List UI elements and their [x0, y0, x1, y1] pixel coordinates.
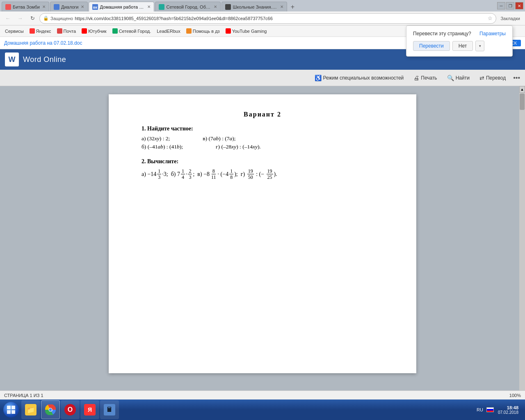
frac-den-5: 50 — [247, 174, 254, 180]
translate-params-link[interactable]: Параметры — [479, 31, 506, 37]
forward-button[interactable]: → — [15, 13, 25, 24]
secure-icon: 🔒 — [43, 16, 49, 21]
translate-dropdown-button[interactable]: ▾ — [475, 41, 484, 51]
bookmark-setgorod[interactable]: Сетевой Город. — [110, 27, 154, 34]
tab-3-favicon: вк — [92, 4, 98, 10]
tab-1[interactable]: Битва Зомби ✕ — [2, 2, 49, 11]
frac-num-1: 1 — [181, 168, 185, 174]
accessibility-icon: ♿ — [315, 75, 322, 81]
find-button[interactable]: 🔍 Найти — [445, 73, 472, 83]
tab-4[interactable]: Сетевой Город. Образо... ✕ — [155, 2, 221, 11]
svg-text:вк: вк — [93, 5, 98, 9]
bookmark-star-icon[interactable]: ☆ — [488, 15, 493, 21]
minimize-button[interactable]: ─ — [497, 2, 505, 9]
translate-tool-button[interactable]: ⇄ Перевод — [477, 73, 508, 83]
toolbar-more-button[interactable]: ••• — [513, 74, 520, 82]
print-label: Печать — [421, 75, 437, 81]
taskbar: 📁 O Я 🖩 RU — [0, 399, 525, 420]
accessibility-label: Режим специальных возможностей — [323, 75, 404, 81]
tab-bar: Битва Зомби ✕ Диалоги ✕ вк Домашняя рабо… — [2, 0, 497, 11]
tab-4-label: Сетевой Город. Образо... — [166, 5, 211, 9]
address-text[interactable]: https://vk.com/doc338119085_459126018?ha… — [75, 16, 486, 21]
translate-icon: ⇄ — [479, 75, 484, 81]
start-button[interactable] — [2, 400, 21, 419]
scrollbar-right[interactable]: ▲ ▼ — [519, 86, 525, 407]
start-orb — [3, 402, 19, 418]
bookmark-pochta[interactable]: Почта — [55, 27, 79, 34]
bookmark-leaderbux-label: LeadERbux — [157, 29, 180, 34]
document-title: Вариант 2 — [142, 111, 383, 118]
clock[interactable]: 18:48 07.02.2018 — [495, 404, 521, 415]
new-tab-button[interactable]: + — [288, 2, 297, 11]
refresh-button[interactable]: ↻ — [27, 13, 38, 24]
bookmark-setgorod-label: Сетевой Город. — [119, 29, 151, 34]
clock-time: 18:48 — [498, 405, 518, 410]
tab-5-label: Школьные Знания.com... — [233, 5, 278, 9]
scroll-thumb[interactable] — [520, 94, 525, 110]
bookmark-yandex[interactable]: Яндекс — [27, 27, 54, 34]
translate-dropdown-arrow: ▾ — [479, 44, 481, 48]
frac-den-2: 3 — [188, 174, 192, 180]
tray-lang[interactable]: RU — [475, 407, 485, 412]
title-bar: Битва Зомби ✕ Диалоги ✕ вк Домашняя рабо… — [0, 0, 525, 11]
translate-button[interactable]: Перевести — [413, 41, 450, 51]
close-button[interactable]: ✕ — [515, 2, 523, 9]
window-controls: ─ ❐ ✕ — [497, 2, 523, 9]
translate-popup: Перевести эту страницу? Параметры Переве… — [406, 25, 513, 57]
doc-filename[interactable]: Домашняя работа на 07.02.18.doc — [4, 40, 82, 46]
taskbar-explorer[interactable]: 📁 — [21, 400, 40, 419]
bookmark-pomosh[interactable]: Помощь в дз — [184, 27, 222, 34]
content-area: Вариант 2 1. Найдите частное: а) (32xy) … — [0, 86, 525, 407]
math-c-frac2: 1 8 — [229, 168, 233, 180]
main-document-area: Вариант 2 1. Найдите частное: а) (32xy) … — [0, 86, 525, 407]
tab-3-close[interactable]: ✕ — [147, 5, 151, 9]
section-1-line-1: а) (32xy) : 2; в) (7ab) : (7a); — [142, 135, 383, 142]
tab-5-close[interactable]: ✕ — [280, 5, 283, 9]
math-b-frac2: 2 3 — [188, 168, 192, 180]
math-c-frac: 8 11 — [210, 168, 217, 180]
bookmark-ytgaming-label: YouTube Gaming — [232, 29, 267, 34]
taskbar-yandex[interactable]: Я — [80, 400, 99, 419]
tab-3[interactable]: вк Домашняя работа на 07... ✕ — [89, 2, 154, 11]
translate-no-button[interactable]: Нет — [452, 41, 473, 51]
taskbar-calc[interactable]: 🖩 — [100, 400, 119, 419]
frac-num-6: 19 — [267, 168, 273, 174]
accessibility-button[interactable]: ♿ Режим специальных возможностей — [312, 73, 406, 83]
math-a-rest: ·3; б) 7 — [162, 171, 180, 178]
word-logo: W — [5, 52, 19, 66]
tab-5[interactable]: Школьные Знания.com... ✕ — [221, 2, 287, 11]
restore-button[interactable]: ❐ — [506, 2, 514, 9]
tab-4-close[interactable]: ✕ — [214, 5, 217, 9]
tab-4-favicon — [159, 4, 164, 10]
math-d-close: ). — [274, 171, 277, 178]
calc-icon: 🖩 — [104, 404, 115, 415]
secure-label: Защищено — [50, 16, 73, 21]
math-c-paren: ); г) — [234, 171, 246, 178]
youtube-favicon — [82, 28, 87, 34]
find-label: Найти — [456, 75, 470, 81]
bookmarks-button[interactable]: Закладки — [498, 16, 523, 21]
tab-1-close[interactable]: ✕ — [42, 5, 46, 9]
taskbar-chrome[interactable] — [41, 400, 60, 419]
tab-2-favicon — [54, 4, 59, 10]
tab-3-label: Домашняя работа на 07... — [100, 5, 145, 9]
flag-icon — [486, 407, 494, 412]
bookmark-youtube[interactable]: Ютубчик — [79, 27, 109, 34]
back-button[interactable]: ← — [2, 13, 13, 24]
bookmark-servisy[interactable]: Сервисы — [2, 28, 26, 34]
bookmark-ytgaming[interactable]: YouTube Gaming — [223, 27, 269, 34]
scroll-up-arrow[interactable]: ▲ — [519, 86, 525, 93]
taskbar-opera[interactable]: O — [61, 400, 80, 419]
address-bar[interactable]: 🔒 Защищено https://vk.com/doc338119085_4… — [39, 13, 496, 24]
frac-num-2: 2 — [188, 168, 192, 174]
print-button[interactable]: 🖨 Печать — [411, 73, 439, 83]
math-c-label: ; в) −8 — [193, 171, 210, 178]
bookmark-servisy-label: Сервисы — [5, 29, 24, 34]
tab-2[interactable]: Диалоги ✕ — [50, 2, 88, 11]
frac-den-6: 25 — [267, 174, 273, 180]
tab-2-close[interactable]: ✕ — [81, 5, 84, 9]
bookmark-leaderbux[interactable]: LeadERbux — [154, 28, 183, 34]
section-2-math: а) −14 1 3 ·3; б) 7 1 4 · 2 3 ; — [142, 168, 383, 180]
bookmark-pomosh-label: Помощь в дз — [193, 29, 220, 34]
translate-label: Перевод — [486, 75, 506, 81]
